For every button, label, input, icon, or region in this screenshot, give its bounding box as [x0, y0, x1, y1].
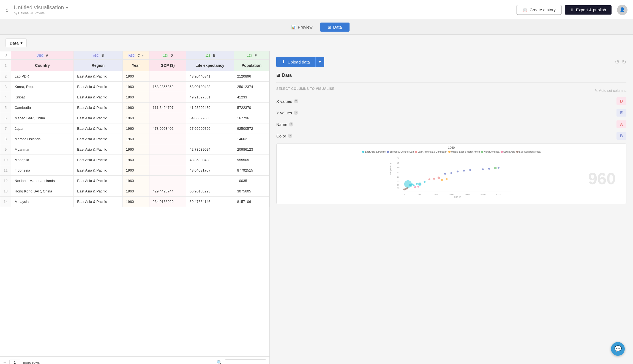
cell-gdp: [149, 113, 186, 123]
col-b-field-name: Region: [74, 60, 122, 71]
col-f-header[interactable]: 123 F: [234, 51, 269, 60]
row-num: 10: [0, 155, 11, 165]
data-section-label: Data: [282, 73, 292, 78]
chart-legend: East Asia & PacificEurope & Central Asia…: [279, 150, 624, 153]
cell-region: East Asia & Pacific: [74, 103, 122, 113]
color-badge[interactable]: B: [616, 132, 626, 140]
add-row-button[interactable]: +: [3, 359, 7, 364]
col-b-header[interactable]: ABC B: [74, 51, 122, 60]
reset-icon[interactable]: ↺: [4, 54, 7, 57]
cell-year: 1960: [122, 155, 149, 165]
title-chevron-icon[interactable]: ▾: [66, 5, 68, 10]
x-values-badge[interactable]: D: [616, 97, 626, 105]
svg-point-18: [451, 172, 452, 174]
cell-population: 2120896: [234, 71, 269, 82]
y-values-badge[interactable]: E: [616, 109, 626, 117]
name-row: Name ? A: [276, 120, 626, 128]
row-num: 3: [0, 82, 11, 92]
viz-title: Untitled visualisation: [14, 4, 64, 11]
auto-set-columns-button[interactable]: ✎ Auto set columns: [595, 89, 626, 93]
table-row: 7 Japan East Asia & Pacific 1960 478.995…: [0, 123, 269, 134]
page-input[interactable]: [9, 360, 20, 364]
upload-icon: ⬆: [282, 59, 285, 64]
svg-point-13: [416, 183, 418, 185]
col-a-field-name: Country: [11, 60, 74, 71]
legend-item: Sub-Saharan Africa: [516, 150, 541, 153]
avatar[interactable]: 👤: [617, 5, 627, 15]
col-d-header[interactable]: 123 D: [149, 51, 186, 60]
svg-point-36: [403, 189, 405, 191]
col-c-header[interactable]: ABC C ▾: [122, 51, 149, 60]
cell-population: 5722370: [234, 103, 269, 113]
name-label: Name ?: [276, 122, 293, 127]
row-num: 5: [0, 103, 11, 113]
data-dropdown-button[interactable]: Data ▾: [6, 38, 27, 47]
chat-button[interactable]: 💬: [611, 342, 625, 356]
create-story-button[interactable]: 📖 Create a story: [517, 5, 561, 15]
export-publish-button[interactable]: ⬆ Export & publish: [565, 5, 612, 15]
cell-year: 1960: [122, 176, 149, 186]
legend-item: East Asia & Pacific: [362, 150, 386, 153]
upload-data-button[interactable]: ⬆ Upload data: [276, 57, 315, 67]
svg-text:5000: 5000: [449, 194, 453, 195]
svg-point-14: [413, 184, 414, 186]
svg-text:40000: 40000: [496, 194, 501, 195]
y-help-icon[interactable]: ?: [294, 111, 298, 115]
cell-gdp: 234.9168929: [149, 197, 186, 207]
x-help-icon[interactable]: ?: [294, 99, 298, 103]
redo-button[interactable]: ↻: [622, 59, 626, 65]
upload-label: Upload data: [288, 60, 310, 64]
cell-region: East Asia & Pacific: [74, 71, 122, 82]
cell-population: 20986123: [234, 144, 269, 155]
cell-country: Hong Kong SAR, China: [11, 186, 74, 197]
row-num: 8: [0, 134, 11, 144]
cell-life-expectancy: 48.64031707: [186, 165, 234, 176]
section-divider: [276, 82, 626, 82]
home-icon[interactable]: ⌂: [6, 7, 9, 13]
undo-button[interactable]: ↺: [615, 59, 620, 65]
cell-region: East Asia & Pacific: [74, 176, 122, 186]
cell-region: East Asia & Pacific: [74, 165, 122, 176]
cell-population: 8157106: [234, 197, 269, 207]
tab-preview[interactable]: 📊 Preview: [283, 23, 320, 32]
y-values-row: Y values ? E: [276, 109, 626, 117]
upload-chevron-button[interactable]: ▾: [315, 57, 324, 67]
svg-point-16: [424, 181, 425, 183]
search-button[interactable]: 🔍: [217, 360, 222, 364]
svg-point-27: [433, 178, 435, 180]
svg-point-32: [414, 186, 416, 188]
svg-text:75: 75: [397, 171, 400, 174]
tab-data[interactable]: ⊞ Data: [320, 23, 350, 32]
cell-region: East Asia & Pacific: [74, 186, 122, 197]
row-num: 13: [0, 186, 11, 197]
right-panel: ⬆ Upload data ▾ ↺ ↻ ⊞ Data SELECT COLUMN…: [270, 51, 633, 364]
svg-text:20000: 20000: [480, 194, 485, 195]
cell-region: East Asia & Pacific: [74, 123, 122, 134]
color-label-text: Color: [276, 134, 286, 138]
cell-life-expectancy: [186, 134, 234, 144]
color-help-icon[interactable]: ?: [288, 134, 292, 138]
cell-region: East Asia & Pacific: [74, 113, 122, 123]
cell-population: 87792515: [234, 165, 269, 176]
legend-item: South Asia: [501, 150, 515, 153]
cell-gdp: 158.2366362: [149, 82, 186, 92]
row-num: 12: [0, 176, 11, 186]
col-a-header[interactable]: ABC A: [11, 51, 74, 60]
upload-row: ⬆ Upload data ▾ ↺ ↻: [276, 57, 626, 67]
table-footer: + more rows 🔍: [0, 356, 269, 364]
filter-input[interactable]: [225, 359, 266, 364]
col-c-dropdown-icon[interactable]: ▾: [142, 54, 144, 57]
svg-point-25: [498, 167, 500, 169]
col-c-letter: C: [138, 54, 140, 57]
tabs-bar: 📊 Preview ⊞ Data: [0, 20, 633, 35]
table-body: 2 Lao PDR East Asia & Pacific 1960 43.20…: [0, 71, 269, 207]
name-help-icon[interactable]: ?: [289, 122, 293, 126]
svg-text:60: 60: [397, 184, 400, 186]
title-block: Untitled visualisation ▾ by Helena 👁 Pri…: [14, 4, 516, 15]
col-e-header[interactable]: 123 E: [186, 51, 234, 60]
name-badge[interactable]: A: [616, 120, 626, 128]
cell-gdp: 429.4428744: [149, 186, 186, 197]
x-values-row: X values ? D: [276, 97, 626, 105]
cell-region: East Asia & Pacific: [74, 92, 122, 103]
main-layout: ↺ ABC A ABC B ABC C ▾: [0, 51, 633, 364]
